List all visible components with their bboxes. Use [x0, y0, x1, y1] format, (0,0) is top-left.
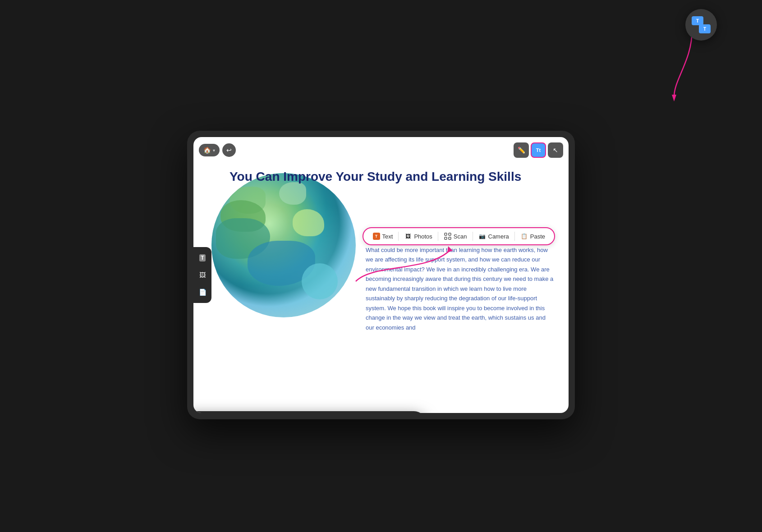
- sidebar-document-icon[interactable]: 📄: [196, 286, 209, 298]
- document-sidebar-icon: 📄: [199, 289, 207, 296]
- inline-paste-icon: 📋: [520, 232, 528, 240]
- sidebar-text-icon[interactable]: T: [196, 252, 209, 264]
- svg-rect-3: [445, 237, 447, 239]
- translate-icon: T T: [692, 16, 711, 33]
- inline-photos-icon: 🖼: [404, 232, 412, 240]
- inline-toolbar-text[interactable]: T Text: [369, 230, 397, 242]
- back-icon: ↩: [226, 147, 232, 154]
- divider-2: [438, 232, 438, 241]
- inline-toolbar-paste[interactable]: 📋 Paste: [517, 230, 549, 242]
- inline-paste-label: Paste: [530, 233, 545, 240]
- svg-rect-2: [449, 233, 451, 235]
- inline-toolbar-photos[interactable]: 🖼 Photos: [400, 230, 436, 242]
- top-bar: 🏠 ▾ ↩ ✏️ Tt ↖: [199, 142, 563, 158]
- inline-camera-label: Camera: [488, 233, 509, 240]
- top-bar-right: ✏️ Tt ↖: [514, 142, 563, 158]
- body-text: What could be more important than learni…: [366, 245, 555, 332]
- divider-1: [398, 232, 399, 241]
- home-button[interactable]: 🏠 ▾: [199, 144, 220, 156]
- inline-toolbar-scan[interactable]: Scan: [440, 230, 471, 242]
- divider-3: [473, 232, 473, 241]
- left-sidebar: T 🖼 📄: [193, 247, 211, 303]
- svg-rect-4: [449, 237, 451, 239]
- translate-button[interactable]: Tt: [531, 142, 546, 158]
- inline-text-icon: T: [372, 232, 381, 240]
- cursor-icon: ↖: [553, 147, 558, 154]
- tablet-frame: 🏠 ▾ ↩ ✏️ Tt ↖: [187, 131, 575, 419]
- home-icon: 🏠: [203, 147, 211, 154]
- top-bar-left: 🏠 ▾ ↩: [199, 143, 236, 157]
- translate-small-icon: Tt: [536, 147, 541, 153]
- inline-scan-icon: [444, 232, 452, 240]
- translate-box-target: T: [699, 24, 711, 33]
- text-sidebar-icon: T: [199, 254, 205, 261]
- sidebar-photos-icon[interactable]: 🖼: [196, 269, 209, 281]
- pencil-button[interactable]: ✏️: [514, 142, 529, 158]
- inline-photos-label: Photos: [414, 233, 432, 240]
- inline-toolbar-camera[interactable]: 📷 Camera: [475, 230, 513, 242]
- inline-camera-icon: 📷: [478, 232, 487, 240]
- bottom-toolbar: T Text 🖼 Photos Scan 📷 Camera: [193, 411, 426, 413]
- translate-box-source: T: [692, 16, 703, 25]
- translate-floating-button[interactable]: T T: [685, 9, 717, 41]
- dropdown-arrow-icon: ▾: [213, 148, 215, 153]
- back-button[interactable]: ↩: [222, 143, 236, 157]
- inline-text-label: Text: [382, 233, 393, 240]
- cursor-button[interactable]: ↖: [548, 142, 563, 158]
- page-title: You Can Improve Your Study and Learning …: [230, 169, 542, 184]
- svg-marker-0: [672, 95, 676, 101]
- photos-sidebar-icon: 🖼: [199, 271, 206, 279]
- divider-4: [514, 232, 515, 241]
- pencil-icon: ✏️: [518, 147, 525, 154]
- inline-scan-label: Scan: [454, 233, 467, 240]
- tablet-screen: 🏠 ▾ ↩ ✏️ Tt ↖: [193, 137, 569, 413]
- svg-rect-1: [445, 233, 447, 235]
- inline-toolbar: T Text 🖼 Photos Scan 📷 Camer: [363, 227, 555, 245]
